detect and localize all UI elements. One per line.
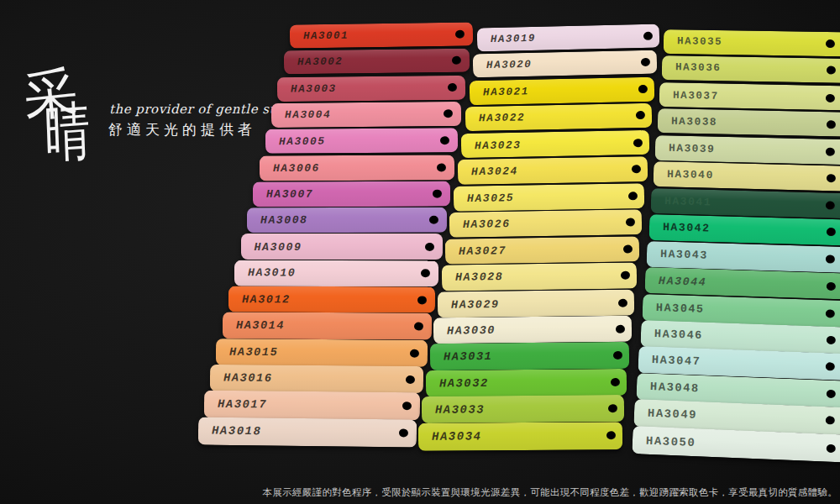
color-swatch-strip: HA3040 <box>653 161 840 192</box>
swatch-code-label: HA3005 <box>279 135 326 148</box>
swatch-code-label: HA3036 <box>675 62 721 75</box>
swatch-code-label: HA3016 <box>223 372 273 386</box>
color-swatch-strip: HA3022 <box>465 103 653 131</box>
punch-hole-icon <box>455 30 465 39</box>
color-swatch-strip: HA3016 <box>210 365 424 394</box>
swatch-code-label: HA3041 <box>664 195 712 208</box>
color-swatch-strip: HA3024 <box>457 156 647 184</box>
swatch-code-label: HA3018 <box>211 424 261 438</box>
swatch-code-label: HA3022 <box>479 112 525 125</box>
punch-hole-icon <box>410 349 419 357</box>
swatch-code-label: HA3006 <box>272 161 319 174</box>
color-swatch-strip: HA3017 <box>204 391 421 420</box>
color-swatch-strip: HA3007 <box>253 181 450 207</box>
color-swatch-strip: HA3008 <box>247 207 447 234</box>
swatch-code-label: HA3025 <box>467 192 514 205</box>
swatch-code-label: HA3035 <box>677 36 722 49</box>
color-swatch-strip: HA3027 <box>445 236 639 265</box>
color-card-photo-stage: 采 晴 the provider of gentle sunlight 舒適天光… <box>0 0 840 504</box>
swatch-code-label: HA3049 <box>648 407 698 422</box>
punch-hole-icon <box>433 189 442 197</box>
punch-hole-icon <box>448 83 457 92</box>
punch-hole-icon <box>421 269 430 277</box>
color-swatch-strip: HA3034 <box>417 422 622 450</box>
punch-hole-icon <box>826 363 835 371</box>
swatch-code-label: HA3031 <box>444 350 492 364</box>
punch-hole-icon <box>436 163 445 171</box>
swatch-code-label: HA3033 <box>435 403 485 417</box>
punch-hole-icon <box>826 120 835 129</box>
punch-hole-icon <box>451 56 460 65</box>
swatch-code-label: HA3019 <box>491 33 536 45</box>
punch-hole-icon <box>398 428 407 437</box>
punch-hole-icon <box>826 444 835 452</box>
swatch-code-label: HA3046 <box>654 328 702 342</box>
color-swatch-strip: HA3004 <box>271 102 462 128</box>
swatch-code-label: HA3002 <box>297 56 344 69</box>
swatch-code-label: HA3029 <box>451 297 500 311</box>
swatch-code-label: HA3040 <box>666 168 713 181</box>
swatch-code-label: HA3032 <box>439 377 489 391</box>
punch-hole-icon <box>826 39 835 48</box>
swatch-code-label: HA3034 <box>431 429 481 443</box>
swatch-code-label: HA3007 <box>266 187 313 200</box>
swatch-code-label: HA3043 <box>660 248 708 262</box>
color-swatch-strip: HA3009 <box>241 234 443 260</box>
punch-hole-icon <box>638 85 648 93</box>
swatch-code-label: HA3008 <box>260 214 308 227</box>
swatch-code-label: HA3050 <box>645 433 696 449</box>
punch-hole-icon <box>826 308 835 317</box>
punch-hole-icon <box>631 165 640 173</box>
color-swatch-strip: HA3039 <box>655 135 840 165</box>
color-swatch-strip: HA3036 <box>661 55 840 83</box>
swatch-code-label: HA3015 <box>229 345 278 358</box>
color-swatch-strip: HA3029 <box>438 289 634 318</box>
color-swatch-strip: HA3012 <box>228 286 435 313</box>
punch-hole-icon <box>406 375 415 384</box>
swatch-code-label: HA3023 <box>475 139 522 152</box>
punch-hole-icon <box>826 174 835 182</box>
color-swatch-strip: HA3001 <box>290 22 473 48</box>
swatch-code-label: HA3027 <box>459 244 507 258</box>
color-swatch-strip: HA3014 <box>223 312 432 340</box>
swatch-code-label: HA3020 <box>486 59 533 71</box>
punch-hole-icon <box>613 351 622 360</box>
color-swatch-strip: HA3030 <box>433 316 632 344</box>
color-swatch-strip: HA3002 <box>284 49 470 75</box>
color-swatch-strip: HA3033 <box>422 395 624 423</box>
swatch-code-label: HA3039 <box>669 142 716 155</box>
punch-hole-icon <box>413 323 423 331</box>
punch-hole-icon <box>826 281 835 290</box>
swatch-code-label: HA3014 <box>236 319 285 332</box>
color-swatch-strip: HA3038 <box>657 108 840 138</box>
punch-hole-icon <box>621 271 630 280</box>
punch-hole-icon <box>826 417 835 425</box>
swatch-code-label: HA3044 <box>658 275 706 289</box>
punch-hole-icon <box>618 298 627 307</box>
color-swatch-strip: HA3005 <box>265 128 458 154</box>
punch-hole-icon <box>826 336 835 344</box>
swatch-code-label: HA3028 <box>455 270 503 284</box>
punch-hole-icon <box>616 324 625 333</box>
color-swatch-strip: HA3028 <box>441 263 637 291</box>
color-swatch-strip: HA3019 <box>477 24 660 52</box>
swatch-code-label: HA3021 <box>482 86 528 99</box>
swatch-code-label: HA3047 <box>652 354 701 369</box>
color-swatch-strip: HA3026 <box>449 209 642 238</box>
punch-hole-icon <box>402 402 412 411</box>
punch-hole-icon <box>826 390 835 398</box>
brand-logo-character-qing: 晴 <box>44 99 92 165</box>
punch-hole-icon <box>643 32 653 40</box>
swatch-code-label: HA3012 <box>242 293 291 306</box>
color-swatch-strip: HA3015 <box>216 339 428 367</box>
color-swatch-strip: HA3035 <box>664 29 840 57</box>
color-swatch-strip: HA3031 <box>429 342 629 370</box>
swatch-code-label: HA3037 <box>673 88 719 102</box>
punch-hole-icon <box>611 378 620 386</box>
punch-hole-icon <box>826 228 835 236</box>
color-swatch-strip: HA3023 <box>461 130 649 158</box>
swatch-code-label: HA3026 <box>463 218 511 231</box>
color-swatch-strip: HA3021 <box>469 77 654 105</box>
punch-hole-icon <box>417 296 427 304</box>
punch-hole-icon <box>444 109 453 118</box>
